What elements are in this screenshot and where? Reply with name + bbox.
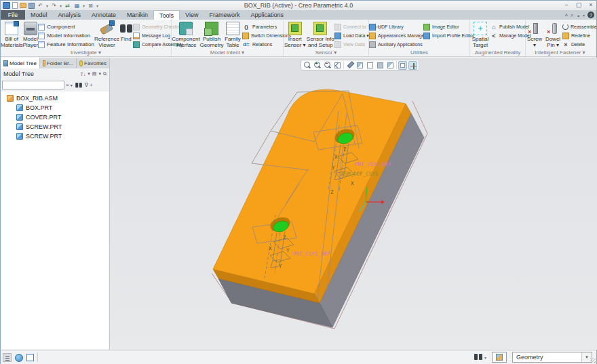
message-log-button[interactable]: Message Log [133,31,174,40]
customize-qat-icon[interactable]: ▾ [96,3,98,8]
web-browser-toggle-icon[interactable] [14,353,23,362]
zoom-out-icon[interactable]: − [323,61,332,70]
tab-tools[interactable]: Tools [153,10,180,20]
publish-geometry-button[interactable]: Publish Geometry [200,21,223,48]
tree-item-screw-2[interactable]: SCREW.PRT [1,132,109,141]
model-tree-toggle-icon[interactable] [3,353,12,362]
tab-annotate[interactable]: Annotate [86,10,121,20]
command-search-icon[interactable]: ⌕ [571,12,574,19]
tab-model-tree[interactable]: Model Tree [1,58,40,68]
csys-label-prt-top[interactable]: PRT_CSYS_DEF [355,161,392,167]
reassemble-button[interactable]: Reassemble [562,22,594,31]
filter-icon[interactable]: ∇ [85,82,88,88]
graphics-area[interactable]: Z X Y X Z Z X Y Y PRT_CSYS_DEF ASM_DEF_C… [110,58,597,350]
sketch-region-icon[interactable] [26,353,35,362]
display-style-icon[interactable] [355,61,364,70]
tree-item-box[interactable]: BOX.PRT [1,103,109,113]
resize-grip[interactable] [590,358,596,363]
find-button[interactable]: Find [119,21,133,42]
tab-file[interactable]: File [1,10,25,20]
image-editor-button[interactable]: Image Editor [423,22,469,31]
clear-search-icon[interactable]: × [66,82,69,88]
dowel-pin-button[interactable]: Dowel Pin ▾ [543,21,562,48]
app-icon[interactable] [3,2,10,9]
appearances-manager-button[interactable]: Appearances Manager [369,31,423,40]
tab-favorites[interactable]: Favorites [77,58,109,68]
display-options-icon[interactable]: ◒ [577,12,580,18]
tab-analysis[interactable]: Analysis [53,10,87,20]
group-label-model-intent[interactable]: Model Intent ▾ [172,49,283,56]
manage-model-button[interactable]: <Manage Model [490,31,524,40]
tree-columns-dropdown-icon[interactable]: ▾ [98,71,101,77]
feature-information-button[interactable]: Feature Information [38,40,94,49]
close-button[interactable]: × [587,1,595,8]
search-binoculars-icon[interactable] [75,82,82,89]
search-binoculars-icon[interactable] [474,353,483,361]
group-label-intelligent-fastener[interactable]: Intelligent Fastener ▾ [526,49,594,56]
tab-applications[interactable]: Applications [245,10,289,20]
search-dropdown-icon[interactable]: ▾ [484,355,486,360]
delete-button[interactable]: ×Delete [562,40,594,49]
tree-item-assembly[interactable]: BOX_RIB.ASM [1,94,109,103]
title-bar[interactable]: ↶▾ ↷▾ ⇄ ▦▾ ⊠ ▾ BOX_RIB (Active) - Creo P… [1,1,596,10]
repaint-icon[interactable] [345,61,354,70]
reference-viewer-button[interactable]: Reference Viewer [94,21,119,48]
zoom-region-icon[interactable] [303,61,311,70]
model-canvas[interactable]: Z X Y X Z Z X Y Y PRT_CSYS_DEF ASM_DEF_C… [110,58,597,350]
redo-icon[interactable]: ↷ [50,2,58,9]
parameters-button[interactable]: ()Parameters [242,22,283,31]
tab-framework[interactable]: Framework [204,10,245,20]
open-icon[interactable] [20,3,26,8]
capture-icon[interactable] [376,61,385,70]
redo-dropdown-icon[interactable]: ▾ [60,3,62,8]
redefine-button[interactable]: Redefine [562,31,594,40]
tab-manikin[interactable]: Manikin [121,10,153,20]
switch-dimensions-button[interactable]: Switch Dimensions [242,31,283,40]
tree-filters-dropdown-icon[interactable]: ▾ [88,71,90,77]
tree-item-cover[interactable]: COVER.PRT [1,113,109,122]
component-button[interactable]: Component [38,22,94,31]
csys-label-prt-bottom[interactable]: PRT_CSYS_DEF [293,251,330,257]
new-file-icon[interactable] [12,2,18,9]
spatial-target-button[interactable]: Spatial Target [470,21,490,48]
tab-folder-browser[interactable]: Folder Br... [40,58,77,68]
relations-button[interactable]: d=Relations [242,40,283,49]
datum-display-toggle-icon[interactable] [408,61,417,70]
model-player-button[interactable]: Model Player [22,21,38,48]
bill-of-materials-button[interactable]: Bill of Materials [1,21,22,48]
zoom-in-icon[interactable]: + [313,61,322,70]
help-icon[interactable]: ? [588,12,594,18]
group-label-utilities[interactable]: Utilities [369,49,469,56]
selection-filter-dropdown[interactable]: Geometry ▼ [512,352,592,363]
display-options-dropdown-icon[interactable]: ▾ [583,13,585,18]
model-information-button[interactable]: Model Information [38,31,94,40]
search-options-dropdown-icon[interactable]: ▾ [71,83,73,87]
publish-model-button[interactable]: ⌂Publish Model [490,22,524,31]
windows-icon[interactable]: ▦ [73,2,81,9]
tree-item-screw-1[interactable]: SCREW.PRT [1,122,109,132]
minimize-button[interactable]: − [562,1,571,8]
group-label-sensor[interactable]: Sensor ▾ [284,49,368,56]
group-label-investigate[interactable]: Investigate ▾ [1,49,171,56]
sensor-info-setup-button[interactable]: Sensor Info and Setup [307,21,334,48]
component-interface-button[interactable]: Component Interface [172,21,200,48]
insert-sensor-button[interactable]: Insert Sensor ▾ [284,21,307,48]
expand-tree-icon[interactable]: + [90,82,93,88]
maximize-button[interactable]: ▢ [575,1,583,8]
load-data-button[interactable]: Load Data ▾ [334,31,368,40]
udf-library-button[interactable]: UDF Library [369,22,423,31]
screw-button[interactable]: Screw ▾ [526,21,543,48]
import-profile-editor-button[interactable]: Import Profile Editor [423,31,469,40]
tree-search-input[interactable] [2,81,64,89]
tree-columns-icon[interactable]: ▤ [92,71,97,77]
undo-dropdown-icon[interactable]: ▾ [46,3,48,8]
family-table-button[interactable]: Family Table [223,21,242,48]
tree-filters-icon[interactable]: T↓ [81,72,86,77]
close-window-icon[interactable]: ⊠ [87,2,94,9]
auxiliary-applications-button[interactable]: Auxiliary Applications [369,40,423,49]
saved-views-icon[interactable] [386,61,395,70]
perspective-icon[interactable] [366,61,374,70]
regenerate-icon[interactable]: ⇄ [64,2,71,9]
annotations-toggle-icon[interactable] [398,61,407,70]
windows-dropdown-icon[interactable]: ▾ [83,3,85,8]
